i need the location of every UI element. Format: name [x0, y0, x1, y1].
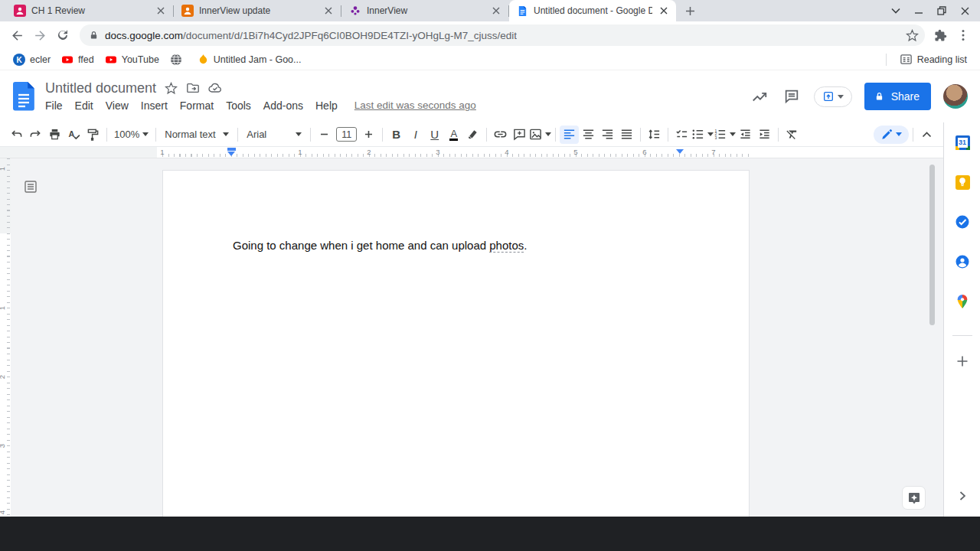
keep-icon[interactable]: [955, 174, 970, 190]
highlight-color-button[interactable]: [463, 126, 482, 144]
tab-ch1-review[interactable]: CH 1 Review: [6, 0, 173, 21]
numbered-list-button[interactable]: 123: [714, 126, 736, 144]
menu-tools[interactable]: Tools: [220, 98, 257, 113]
vertical-ruler[interactable]: 1 1 2 3 4: [0, 158, 11, 517]
insert-image-button[interactable]: [529, 126, 551, 144]
right-indent-marker[interactable]: [676, 149, 684, 154]
bookmark-youtube[interactable]: YouTube: [100, 51, 165, 68]
zoom-select[interactable]: 100%: [111, 126, 152, 144]
decrease-font-size-button[interactable]: [315, 126, 334, 144]
bookmark-globe[interactable]: [165, 51, 192, 68]
font-select[interactable]: Arial: [242, 126, 306, 144]
new-tab-button[interactable]: [681, 2, 699, 20]
menu-insert[interactable]: Insert: [135, 98, 174, 113]
maps-icon[interactable]: [955, 294, 970, 309]
restore-button[interactable]: [936, 5, 948, 17]
menu-view[interactable]: View: [100, 98, 135, 113]
misspelled-word[interactable]: photos: [489, 239, 524, 253]
menu-edit[interactable]: Edit: [69, 98, 100, 113]
contacts-icon[interactable]: [955, 254, 970, 269]
bookmark-ffed[interactable]: ffed: [56, 51, 100, 68]
tab-close-icon[interactable]: [155, 5, 167, 17]
last-edit-link[interactable]: Last edit was seconds ago: [354, 99, 476, 111]
align-right-button[interactable]: [598, 126, 617, 144]
text-color-button[interactable]: A: [444, 126, 463, 144]
left-indent-marker[interactable]: [227, 152, 235, 156]
print-button[interactable]: [45, 126, 64, 144]
url-domain: docs.google.com: [105, 30, 183, 41]
address-bar[interactable]: docs.google.com/document/d/1Bi7h4Cyd2JPF…: [80, 24, 925, 46]
increase-font-size-button[interactable]: [359, 126, 378, 144]
align-left-button[interactable]: [560, 126, 579, 144]
calendar-icon[interactable]: 31: [955, 135, 970, 150]
globe-icon: [170, 54, 182, 66]
get-addons-button[interactable]: [955, 354, 970, 369]
bulleted-list-button[interactable]: [691, 126, 714, 144]
add-comment-button[interactable]: [510, 126, 529, 144]
reading-list-button[interactable]: Reading list: [894, 51, 972, 68]
menu-file[interactable]: File: [45, 98, 69, 113]
align-justify-button[interactable]: [617, 126, 636, 144]
document-page[interactable]: Going to change when i get home and can …: [162, 170, 750, 517]
menu-format[interactable]: Format: [174, 98, 220, 113]
align-center-button[interactable]: [579, 126, 598, 144]
google-docs-logo[interactable]: [13, 82, 35, 112]
close-window-button[interactable]: [959, 5, 971, 17]
lock-icon[interactable]: [89, 30, 99, 41]
italic-button[interactable]: I: [406, 126, 425, 144]
tab-google-docs-active[interactable]: Untitled document - Google Docs: [509, 0, 676, 21]
increase-indent-button[interactable]: [755, 126, 774, 144]
line-spacing-button[interactable]: [645, 126, 664, 144]
star-document-icon[interactable]: [163, 80, 178, 96]
bookmark-ecler[interactable]: K ecler: [8, 51, 56, 68]
insert-link-button[interactable]: [491, 126, 510, 144]
user-avatar[interactable]: [943, 84, 968, 109]
editing-mode-button[interactable]: [874, 126, 909, 144]
tab-search-chevron-icon[interactable]: [890, 5, 902, 17]
minimize-button[interactable]: [913, 5, 925, 17]
comment-history-icon[interactable]: [782, 86, 802, 106]
reload-button[interactable]: [52, 24, 74, 46]
forward-button[interactable]: [29, 24, 51, 46]
bookmark-untitled-jam[interactable]: Untitled Jam - Goo...: [192, 51, 307, 67]
spellcheck-button[interactable]: A: [64, 126, 83, 144]
move-folder-icon[interactable]: [185, 80, 201, 96]
checklist-button[interactable]: [672, 126, 691, 144]
horizontal-ruler[interactable]: 1 1 2 3 4 5 6 7: [0, 147, 943, 158]
menu-addons[interactable]: Add-ons: [257, 98, 309, 113]
hide-side-panel-chevron-icon[interactable]: [955, 488, 970, 504]
bookmark-star-icon[interactable]: [902, 25, 922, 45]
decrease-indent-button[interactable]: [736, 126, 755, 144]
explore-button[interactable]: [902, 486, 926, 510]
tab-close-icon[interactable]: [658, 5, 670, 17]
back-button[interactable]: [6, 24, 28, 46]
underline-button[interactable]: U: [425, 126, 444, 144]
clear-formatting-button[interactable]: [782, 126, 802, 144]
redo-button[interactable]: [26, 126, 45, 144]
font-size-input[interactable]: 11: [336, 127, 357, 142]
tasks-icon[interactable]: [955, 214, 970, 230]
youtube-icon: [105, 54, 117, 66]
cloud-saved-icon[interactable]: [207, 80, 223, 96]
document-outline-button[interactable]: [22, 178, 39, 195]
extensions-icon[interactable]: [929, 24, 951, 46]
collapse-toolbar-button[interactable]: [917, 126, 936, 144]
docs-menu-bar: File Edit View Insert Format Tools Add-o…: [45, 98, 476, 113]
tab-close-icon[interactable]: [490, 5, 502, 17]
menu-help[interactable]: Help: [309, 98, 344, 113]
paint-format-button[interactable]: [83, 126, 103, 144]
tab-innerview-update[interactable]: InnerView update: [174, 0, 341, 21]
present-button[interactable]: [814, 86, 852, 107]
bold-button[interactable]: B: [387, 126, 406, 144]
browser-menu-icon[interactable]: [952, 24, 974, 46]
first-line-indent-marker[interactable]: [227, 148, 236, 151]
undo-button[interactable]: [7, 126, 26, 144]
document-text[interactable]: Going to change when i get home and can …: [233, 239, 527, 252]
share-button[interactable]: Share: [864, 83, 931, 110]
document-scrollbar[interactable]: [929, 165, 935, 325]
activity-trending-icon[interactable]: [750, 86, 769, 106]
document-title[interactable]: Untitled document: [45, 80, 156, 96]
paragraph-style-select[interactable]: Normal text: [160, 126, 234, 144]
tab-innerview[interactable]: InnerView: [341, 0, 508, 21]
tab-close-icon[interactable]: [322, 5, 335, 17]
